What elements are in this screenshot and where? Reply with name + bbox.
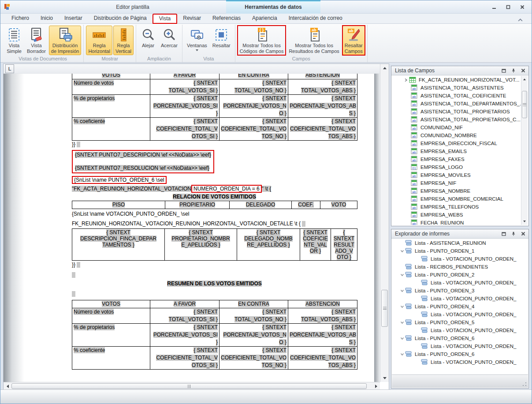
field-code[interactable]: TOTAL_VOTOS_NO } <box>234 316 286 322</box>
field-code[interactable]: {SNTEXT PUNTO7_RESOLUCION \ef <<NoData>>… <box>75 165 209 171</box>
field-code[interactable]: { SNTEXT <box>193 118 218 124</box>
chevron-down-icon[interactable] <box>399 273 405 277</box>
panel-close-icon[interactable] <box>521 68 526 73</box>
panel-close-icon[interactable] <box>521 231 526 236</box>
field-code[interactable]: COEFICIENTE_TOTAL_VO <box>221 355 286 361</box>
field-code[interactable]: TOS_ABS } <box>328 133 356 139</box>
scroll-right-button[interactable] <box>373 382 379 390</box>
field-code[interactable]: { SNTEXT <box>331 80 356 86</box>
ribbon-button-resaltar-campos[interactable]: abResaltarCampos <box>342 26 365 55</box>
field-code[interactable]: } <box>216 110 218 116</box>
field-list-item[interactable]: abASISTENCIA_TOTAL_COEFICIENTE <box>392 92 521 100</box>
field-code[interactable]: O } <box>279 110 286 116</box>
ribbon-button-vista-simple[interactable]: VistaSimple <box>4 26 24 55</box>
tab-distribucion-de-pagina[interactable]: Distribución de Página <box>88 14 153 24</box>
panel-pin-icon[interactable] <box>511 231 516 236</box>
field-code[interactable]: { SNTEXT <box>193 80 218 86</box>
ribbon-button-regla-vertical[interactable]: ReglaVertical <box>113 26 134 55</box>
chevron-down-icon[interactable] <box>399 249 405 253</box>
field-code[interactable]: { SNTEXT <box>193 347 218 353</box>
field-list-item[interactable]: abEMPRESA_FAXES <box>392 155 521 163</box>
field-code[interactable]: { SNTEXT <box>262 324 286 330</box>
scroll-up-button[interactable] <box>380 65 389 71</box>
field-code[interactable]: VOTO <box>331 202 346 208</box>
field-code[interactable]: ADO_V <box>335 248 353 254</box>
field-code[interactable]: COEFICIENTE_TOTAL_VO <box>290 355 356 361</box>
field-code[interactable]: OR } <box>310 248 321 254</box>
field-code[interactable]: RESUMEN DE LOS VOTOS EMITIDOS <box>167 281 261 287</box>
field-code[interactable]: " \t { <box>262 186 272 192</box>
field-code[interactable]: PISO <box>112 202 125 208</box>
fields-scroll-up-button[interactable] <box>521 77 528 82</box>
chevron-down-icon[interactable] <box>399 289 405 292</box>
field-code[interactable]: COEF. <box>298 202 313 208</box>
field-code[interactable]: ABSTENCION <box>305 301 340 307</box>
collapse-ribbon-button[interactable] <box>517 16 524 21</box>
report-tree-item[interactable]: Lista - VOTACION_PUNTO_ORDEN_ <box>392 326 528 334</box>
field-list-item[interactable]: abCOMUNIDAD_NOMBRE <box>392 131 521 139</box>
field-code[interactable]: RELACION DE VOTOS EMITIDOS <box>173 194 256 200</box>
field-code[interactable]: { SNTEXT <box>262 309 286 315</box>
ribbon-button-resaltar[interactable]: Resaltar <box>210 26 233 55</box>
report-tree-item[interactable]: Lista - PUNTO_ORDEN_4 <box>392 303 528 310</box>
ribbon-button-mostrar-todos-los-c-digos-de-campos[interactable]: { }Mostrar Todos losCódigos de Campos <box>238 26 286 55</box>
tab-intercalacion-de-correo[interactable]: Intercalación de correo <box>283 14 348 24</box>
field-code[interactable]: OTO } <box>337 254 351 260</box>
tab-inicio[interactable]: Inicio <box>35 14 59 24</box>
field-code[interactable]: TOTAL_VOTOS_SI } <box>169 87 218 94</box>
ribbon-button-acercar[interactable]: Acercar <box>159 26 180 55</box>
report-tree-item[interactable]: Lista - PUNTO_ORDEN_2 <box>392 271 528 279</box>
field-code[interactable]: ABSTENCION <box>305 74 340 78</box>
field-code[interactable]: TOS_NO } <box>262 362 286 368</box>
field-code[interactable]: { SNTEXT <box>331 324 356 330</box>
field-list-item[interactable]: abEMPRESA_NOMBRE <box>392 187 521 195</box>
field-code[interactable]: VOTOS <box>102 301 120 307</box>
field-list-item[interactable]: abEMPRESA_NOMBRE_COMERCIAL <box>392 195 521 203</box>
field-list-item[interactable]: abCOMUNIDAD_NIF <box>392 123 521 131</box>
field-code[interactable]: TOTAL_VOTOS_ABS } <box>301 87 356 94</box>
report-tree-item[interactable]: Lista - PUNTO_ORDEN_6 <box>392 334 528 342</box>
field-code[interactable]: COEFICIENTE_TOTAL_VO <box>290 126 356 132</box>
field-code[interactable]: PORCENTAJE_VOTOS_SI <box>153 332 218 338</box>
field-code[interactable]: Número de votos <box>74 80 114 86</box>
field-code[interactable]: {SNTEXT PUNTO7_DESCRIPCION \ef <<NoData>… <box>75 152 211 158</box>
field-code[interactable]: % de propietarios <box>74 95 115 101</box>
report-tree-item[interactable]: Lista - PUNTO_ORDEN_6 <box>392 350 528 358</box>
ribbon-button-ventanas[interactable]: Ventanas <box>185 26 209 55</box>
report-tree-item[interactable]: Lista - VOTACION_PUNTO_ORDEN_ <box>392 295 528 303</box>
field-list-item[interactable]: abEMPRESA_WEBS <box>392 211 521 219</box>
document-vertical-scrollbar[interactable] <box>380 64 389 382</box>
report-tree-item[interactable]: Lista - VOTACION_PUNTO_ORDEN_ <box>392 342 528 350</box>
field-code[interactable]: EN CONTRA <box>238 301 269 307</box>
field-code[interactable]: SNTEXT <box>334 236 354 242</box>
field-code[interactable]: { <box>343 229 345 236</box>
field-code[interactable]: DELEGADO_NOMB <box>244 236 292 242</box>
field-code[interactable]: S } <box>349 339 356 345</box>
field-code[interactable]: OTOS_SI } <box>192 133 218 139</box>
scroll-left-button[interactable] <box>4 382 11 390</box>
tab-referencias[interactable]: Referencias <box>207 14 246 24</box>
chevron-down-icon[interactable] <box>399 321 405 324</box>
field-code[interactable]: Número de votos <box>74 309 114 315</box>
report-tree-item[interactable]: Lista - VOTACION_PUNTO_ORDEN_ <box>392 279 528 287</box>
field-code[interactable]: COEFICIE <box>303 236 328 242</box>
fields-scroll-down-button[interactable] <box>521 219 528 224</box>
field-code[interactable]: % de propietarios <box>74 324 115 330</box>
field-code[interactable]: { SNTEXT <box>193 95 218 101</box>
chevron-right-icon[interactable] <box>403 78 409 82</box>
field-code[interactable]: PORCENTAJE_VOTOS_AB <box>290 332 356 338</box>
panel-float-icon[interactable] <box>501 231 506 236</box>
field-code[interactable]: TOS_ABS } <box>328 362 356 368</box>
annotated-numero-orden-field[interactable]: NUMERO_ORDEN_DIA = 6 <box>191 185 262 193</box>
report-tree-item[interactable]: Lista - PUNTO_ORDEN_5 <box>392 318 528 326</box>
vertical-scroll-thumb[interactable] <box>381 290 388 327</box>
tab-fichero[interactable]: Fichero <box>6 14 35 24</box>
field-code[interactable]: PROPIETARIO <box>179 202 215 208</box>
field-code[interactable]: A FAVOR <box>174 74 196 78</box>
field-code[interactable]: PORCENTAJE_VOTOS_SI <box>153 103 218 109</box>
field-code[interactable]: TAMENTOS } <box>102 242 134 248</box>
chevron-down-icon[interactable] <box>399 305 405 308</box>
field-code[interactable]: E_APELLIDOS } <box>181 242 220 248</box>
field-list-item[interactable]: abASISTENCIA_TOTAL_ASISTENTES <box>392 84 521 92</box>
field-code[interactable]: { SNTEXT <box>262 118 286 124</box>
